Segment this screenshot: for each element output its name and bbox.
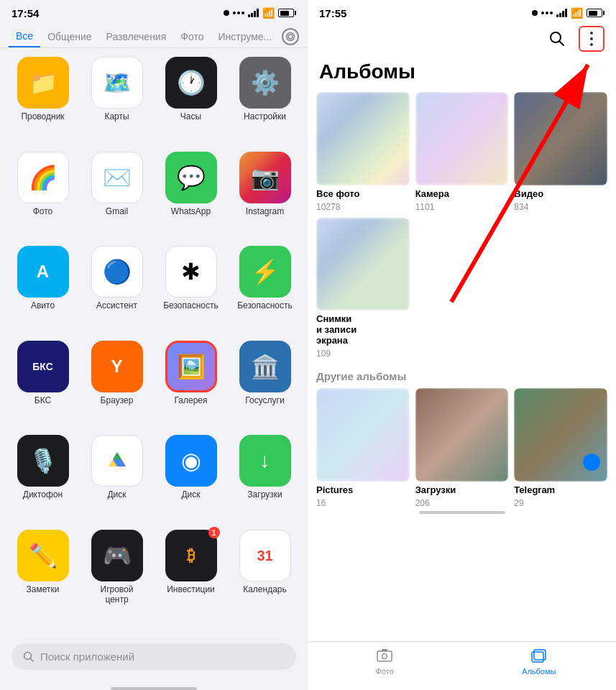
app-recorder[interactable]: 🎙️ Диктофон: [9, 435, 77, 524]
app-settings[interactable]: ⚙️ Настройки: [231, 57, 299, 146]
photo-tab-icon: [376, 648, 393, 665]
album-telegram[interactable]: Telegram 29: [514, 388, 607, 508]
calendar-label: Календарь: [243, 584, 287, 594]
app-gallery[interactable]: 🖼️ Галерея: [157, 341, 225, 430]
album-name-downloads: Загрузки: [415, 484, 509, 495]
dot3: [242, 12, 244, 14]
home-indicator-right: [419, 511, 505, 514]
app-provodnik[interactable]: 📁 Проводник: [9, 57, 77, 146]
gosuslugi-icon: 🏛️: [239, 341, 291, 392]
right-header: [308, 23, 616, 58]
app-gamepad[interactable]: 🎮 Игровой центр: [83, 530, 151, 629]
app-calendar[interactable]: 31 Календарь: [231, 530, 299, 629]
album-camera[interactable]: Камера 1101: [415, 92, 509, 212]
app-downloads[interactable]: ↓ Загрузки: [231, 435, 299, 524]
other-albums-grid: Pictures 16 Загрузки 206 Telegram 29: [308, 388, 616, 508]
gallery-icon: 🖼️: [165, 341, 217, 392]
app-clock[interactable]: 🕐 Часы: [157, 57, 225, 146]
main-albums-grid: Все фото 10278 Камера 1101 Видео 834 Сни…: [308, 92, 616, 359]
menu-dot1: [590, 32, 593, 34]
battery-body: [278, 9, 294, 17]
downloads-label: Загрузки: [247, 489, 282, 500]
dot1: [233, 12, 236, 14]
app-gosuslugi[interactable]: 🏛️ Госуслуги: [231, 341, 299, 430]
disk1-label: Диск: [107, 489, 126, 500]
app-maps[interactable]: 🗺️ Карты: [83, 57, 151, 146]
albums-title: Альбомы: [308, 58, 616, 92]
tab-tools[interactable]: Инструме...: [211, 27, 279, 47]
tab-photo[interactable]: Фото: [173, 27, 211, 47]
avito-icon: A: [17, 246, 69, 298]
provodnik-icon: 📁: [17, 57, 69, 109]
album-count-telegram: 29: [514, 498, 607, 508]
status-icons-right: 📶: [532, 7, 604, 19]
app-browser[interactable]: Y Браузер: [83, 341, 151, 430]
clock-icon: 🕐: [165, 57, 217, 109]
svg-line-6: [31, 658, 34, 661]
app-invest[interactable]: ₿ 1 Инвестиции: [157, 530, 225, 629]
app-security2[interactable]: ⚡ Безопасность: [231, 246, 299, 335]
app-foto[interactable]: 🌈 Фото: [9, 152, 77, 241]
security1-icon: ✱: [165, 246, 217, 298]
app-notes[interactable]: ✏️ Заметки: [9, 530, 77, 629]
left-panel: 17:54 📶: [0, 0, 308, 690]
album-count-all: 10278: [316, 202, 410, 212]
maps-icon: 🗺️: [91, 57, 143, 109]
foto-icon: 🌈: [17, 152, 69, 203]
gallery-label: Галерея: [174, 395, 207, 405]
settings-svg: [285, 32, 295, 42]
search-bar[interactable]: Поиск приложений: [12, 643, 296, 670]
album-downloads[interactable]: Загрузки 206: [415, 388, 509, 508]
app-avito[interactable]: A Авито: [9, 246, 77, 335]
invest-icon: ₿ 1: [165, 530, 217, 581]
signal-bars-right: [556, 9, 567, 17]
app-disk1[interactable]: Диск: [83, 435, 151, 524]
tab-entertainment[interactable]: Развлечения: [99, 27, 174, 47]
security2-label: Безопасность: [237, 300, 293, 310]
album-all-photos[interactable]: Все фото 10278: [316, 92, 410, 212]
album-thumb-video: [514, 92, 607, 185]
settings-icon[interactable]: [282, 28, 299, 45]
app-bks[interactable]: БКС БКС: [9, 341, 77, 430]
app-disk2[interactable]: ◉ Диск: [157, 435, 225, 524]
app-gmail[interactable]: ✉️ Gmail: [83, 152, 151, 241]
tab-all[interactable]: Все: [9, 26, 40, 47]
assistant-icon: 🔵: [91, 246, 143, 298]
album-video[interactable]: Видео 834: [514, 92, 607, 212]
album-name-video: Видео: [514, 188, 607, 199]
app-assistant[interactable]: 🔵 Ассистент: [83, 246, 151, 335]
album-thumb-downloads: [415, 388, 509, 482]
tab-albums[interactable]: Альбомы: [462, 648, 617, 676]
notes-label: Заметки: [27, 584, 60, 594]
avito-label: Авито: [31, 300, 55, 310]
album-name-telegram: Telegram: [514, 484, 607, 495]
bar1: [248, 14, 250, 17]
recorder-label: Диктофон: [23, 489, 63, 500]
wifi-icon-left: 📶: [262, 7, 275, 19]
right-panel: 17:55 📶: [308, 0, 616, 690]
search-placeholder: Поиск приложений: [40, 650, 134, 663]
app-instagram[interactable]: 📷 Instagram: [231, 152, 299, 241]
sim-icon-right: [532, 10, 538, 16]
app-whatsapp[interactable]: 💬 WhatsApp: [157, 152, 225, 241]
tab-photo[interactable]: Фото: [308, 648, 462, 676]
assistant-label: Ассистент: [96, 300, 137, 310]
notes-icon: ✏️: [17, 530, 69, 581]
svg-point-0: [288, 34, 293, 39]
settings-app-icon: ⚙️: [239, 57, 291, 109]
more-menu-button[interactable]: [579, 26, 604, 52]
album-pictures[interactable]: Pictures 16: [316, 388, 410, 508]
search-button[interactable]: [547, 29, 567, 49]
tab-social[interactable]: Общение: [40, 27, 98, 47]
app-grid: 📁 Проводник 🗺️ Карты 🕐 Часы ⚙️ Настройки…: [0, 48, 308, 638]
app-security1[interactable]: ✱ Безопасность: [157, 246, 225, 335]
home-indicator-left: [111, 687, 197, 690]
thumb-all-photos: [316, 92, 410, 185]
bar4: [257, 9, 259, 17]
album-screenshots[interactable]: Снимки и записи экрана 109: [316, 218, 410, 359]
album-thumb-screenshots: [316, 218, 410, 311]
sim-icon: [224, 10, 229, 16]
recorder-icon: 🎙️: [17, 435, 69, 487]
gmail-icon: ✉️: [91, 152, 143, 203]
battery-tip: [295, 11, 296, 15]
